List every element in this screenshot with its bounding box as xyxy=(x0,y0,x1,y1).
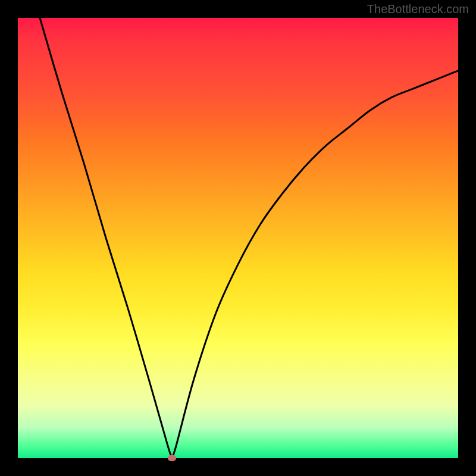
watermark-text: TheBottleneck.com xyxy=(367,2,469,16)
optimal-point-marker xyxy=(168,455,176,461)
bottleneck-curve xyxy=(18,18,458,458)
chart-plot-area xyxy=(18,18,458,458)
